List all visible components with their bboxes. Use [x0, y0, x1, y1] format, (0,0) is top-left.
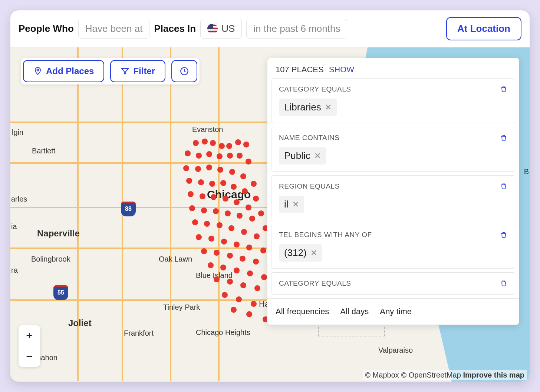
place-marker[interactable]: [210, 140, 216, 146]
place-marker[interactable]: [202, 139, 208, 144]
place-marker[interactable]: [185, 150, 191, 156]
place-marker[interactable]: [234, 242, 240, 248]
place-marker[interactable]: [206, 151, 212, 157]
place-marker[interactable]: [231, 307, 237, 313]
place-marker[interactable]: [254, 233, 260, 239]
place-marker[interactable]: [208, 236, 214, 242]
place-marker[interactable]: [228, 225, 234, 231]
freq-all-days[interactable]: All days: [340, 307, 369, 316]
freq-any-time[interactable]: Any time: [380, 307, 412, 316]
place-marker[interactable]: [201, 248, 207, 254]
place-marker[interactable]: [220, 265, 226, 270]
trash-icon[interactable]: [500, 182, 507, 190]
place-marker[interactable]: [241, 229, 247, 235]
place-marker[interactable]: [235, 139, 241, 145]
place-marker[interactable]: [243, 142, 249, 147]
place-marker[interactable]: [223, 196, 228, 202]
place-marker[interactable]: [246, 205, 251, 210]
place-marker[interactable]: [204, 221, 210, 227]
zoom-out-button[interactable]: −: [19, 346, 40, 367]
place-marker[interactable]: [251, 181, 257, 187]
place-marker[interactable]: [249, 216, 255, 222]
at-location-button[interactable]: At Location: [446, 17, 521, 40]
place-marker[interactable]: [221, 239, 227, 245]
add-places-button[interactable]: Add Places: [23, 60, 104, 82]
place-marker[interactable]: [222, 292, 228, 298]
place-marker[interactable]: [200, 193, 205, 199]
place-marker[interactable]: [227, 279, 233, 285]
place-marker[interactable]: [246, 159, 251, 165]
place-marker[interactable]: [246, 311, 252, 317]
place-marker[interactable]: [189, 205, 195, 211]
zoom-in-button[interactable]: +: [19, 325, 40, 346]
place-marker[interactable]: [242, 188, 248, 194]
trash-icon[interactable]: [500, 231, 507, 239]
place-marker[interactable]: [227, 153, 233, 159]
place-marker[interactable]: [209, 181, 215, 187]
trash-icon[interactable]: [500, 85, 507, 93]
place-marker[interactable]: [240, 256, 246, 262]
place-marker[interactable]: [201, 207, 207, 213]
place-marker[interactable]: [217, 153, 223, 159]
place-marker[interactable]: [217, 167, 223, 173]
place-marker[interactable]: [247, 270, 253, 276]
trash-icon[interactable]: [500, 134, 507, 142]
place-marker[interactable]: [227, 253, 233, 259]
place-marker[interactable]: [225, 210, 231, 216]
place-marker[interactable]: [251, 301, 257, 307]
close-icon[interactable]: ✕: [310, 248, 317, 258]
place-marker[interactable]: [231, 184, 237, 190]
place-marker[interactable]: [237, 153, 243, 159]
place-marker[interactable]: [196, 153, 202, 159]
place-marker[interactable]: [234, 199, 240, 205]
place-marker[interactable]: [188, 191, 194, 197]
freq-all-frequencies[interactable]: All frequencies: [276, 307, 329, 316]
place-marker[interactable]: [214, 250, 220, 256]
close-icon[interactable]: ✕: [314, 151, 321, 161]
place-marker[interactable]: [261, 274, 267, 280]
place-marker[interactable]: [240, 173, 246, 179]
filter-button[interactable]: Filter: [110, 60, 165, 82]
place-marker[interactable]: [214, 276, 220, 282]
place-marker[interactable]: [246, 245, 252, 250]
place-marker[interactable]: [240, 282, 246, 288]
place-marker[interactable]: [234, 268, 240, 273]
improve-map-link[interactable]: Improve this map: [463, 371, 524, 379]
history-button[interactable]: [171, 60, 197, 82]
place-marker[interactable]: [206, 165, 212, 170]
filter-chip[interactable]: Public ✕: [279, 147, 326, 165]
close-icon[interactable]: ✕: [292, 200, 299, 209]
trash-icon[interactable]: [500, 279, 507, 288]
place-marker[interactable]: [254, 285, 260, 291]
close-icon[interactable]: ✕: [325, 103, 332, 112]
place-marker[interactable]: [258, 210, 264, 216]
place-marker[interactable]: [229, 169, 235, 175]
select-country[interactable]: US: [200, 19, 242, 39]
place-marker[interactable]: [195, 166, 201, 172]
filter-chip[interactable]: il ✕: [279, 196, 304, 213]
place-marker[interactable]: [192, 219, 198, 225]
place-marker[interactable]: [226, 143, 232, 149]
place-marker[interactable]: [260, 248, 266, 253]
place-marker[interactable]: [211, 194, 217, 200]
place-marker[interactable]: [220, 180, 226, 186]
place-marker[interactable]: [208, 262, 214, 268]
place-marker[interactable]: [213, 208, 219, 214]
select-timerange[interactable]: in the past 6 months: [246, 19, 347, 39]
place-marker[interactable]: [198, 179, 204, 185]
select-action[interactable]: Have been at: [78, 19, 150, 39]
place-marker[interactable]: [253, 259, 259, 265]
filter-chip[interactable]: (312) ✕: [279, 244, 322, 262]
place-marker[interactable]: [183, 165, 189, 171]
place-marker[interactable]: [237, 213, 243, 219]
place-marker[interactable]: [217, 222, 223, 228]
place-marker[interactable]: [196, 234, 202, 240]
place-marker[interactable]: [253, 196, 259, 202]
place-marker[interactable]: [186, 178, 192, 184]
place-marker[interactable]: [236, 296, 242, 302]
place-marker[interactable]: [193, 140, 199, 146]
map-canvas[interactable]: Evanston lgin Bartlett Chicago arles ia …: [10, 47, 530, 382]
place-marker[interactable]: [219, 143, 225, 149]
show-link[interactable]: SHOW: [329, 65, 354, 74]
filter-chip[interactable]: Libraries ✕: [279, 99, 337, 116]
